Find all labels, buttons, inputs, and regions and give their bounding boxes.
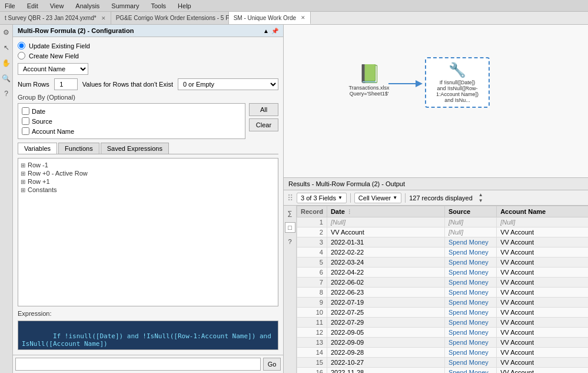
wf-node1-label: Transactions.xlsxQuery='Sheet1$' <box>337 85 401 97</box>
workflow-canvas: 📗 Transactions.xlsxQuery='Sheet1$' 🔧 If … <box>284 25 588 178</box>
menu-analysis[interactable]: Analysis <box>73 2 102 9</box>
table-row: 1[Null][Null][Null] <box>297 217 589 227</box>
checkbox-source-label: Source <box>32 118 52 125</box>
results-table: Record Date ⋮ Source Account Name 1[Null… <box>297 206 588 373</box>
sort-up-icon[interactable]: ▲ <box>479 192 483 197</box>
cell-record: 7 <box>297 278 327 288</box>
table-row: 122022-09-05Spend MoneyVV Account <box>297 328 589 338</box>
tree-row-minus1[interactable]: ⊞ Row -1 <box>21 161 275 169</box>
icon-pointer[interactable]: ↖ <box>1 42 12 53</box>
radio-update[interactable] <box>18 42 25 49</box>
menu-file[interactable]: File <box>2 2 18 9</box>
cell-record: 11 <box>297 318 327 328</box>
icon-settings[interactable]: ⚙ <box>1 27 12 38</box>
btn-all[interactable]: All <box>249 103 278 116</box>
left-toolbar: ⚙ ↖ ✋ 🔍 ? <box>0 25 13 373</box>
tree-row-plus1[interactable]: ⊞ Row +1 <box>21 177 275 186</box>
values-dropdown[interactable]: 0 or Empty <box>178 78 278 90</box>
menu-tools[interactable]: Tools <box>148 2 168 9</box>
config-pin-icon[interactable]: 📌 <box>271 28 278 34</box>
tab-3[interactable]: SM - Unique Work Orde ✕ <box>229 12 311 24</box>
icon-hand[interactable]: ✋ <box>1 58 12 68</box>
tab-variables[interactable]: Variables <box>18 143 57 154</box>
checkbox-source-input[interactable] <box>22 117 29 125</box>
group-by-label: Group By (Optional) <box>18 94 278 101</box>
num-rows-row: Num Rows Values for Rows that don't Exis… <box>18 78 278 90</box>
results-toolbar: ⠿ 3 of 3 Fields ▼ Cell Viewer ▼ 127 reco… <box>284 190 588 206</box>
tree-row-active[interactable]: ⊞ Row +0 - Active Row <box>21 169 275 177</box>
expand-icon-1: ⊞ <box>21 162 25 169</box>
tab-3-close[interactable]: ✕ <box>301 15 305 21</box>
tab-2[interactable]: PG&E Corrigo Work Order Extensions - 5 F… <box>111 12 229 24</box>
tab-saved-expressions[interactable]: Saved Expressions <box>101 143 169 154</box>
cell-source: Spend Money <box>444 328 496 338</box>
wf-node-formula[interactable]: 🔧 If !isnull([Date])and !IsNull([Row-1:A… <box>425 57 490 108</box>
cell-account: VV Account <box>497 318 588 328</box>
bottom-input[interactable] <box>15 358 261 371</box>
group-by-container: Date Source Account Name All Cl <box>18 103 278 139</box>
checkbox-account-input[interactable] <box>22 127 29 135</box>
table-row: 42022-02-22Spend MoneyVV Account <box>297 247 589 258</box>
cell-source: Spend Money <box>444 368 496 374</box>
btn-clear[interactable]: Clear <box>249 118 278 131</box>
icon-zoom[interactable]: 🔍 <box>1 73 12 84</box>
menu-view[interactable]: View <box>48 2 67 9</box>
cell-record: 4 <box>297 247 327 258</box>
fields-badge-btn[interactable]: 3 of 3 Fields ▼ <box>297 193 347 203</box>
cell-account: VV Account <box>497 288 588 298</box>
toolbar-sep-2 <box>405 193 406 203</box>
menu-help[interactable]: Help <box>175 2 194 9</box>
config-expand-icon[interactable]: ▲ <box>263 28 269 34</box>
menu-summary[interactable]: Summary <box>109 2 141 9</box>
expression-box[interactable]: If !isnull([Date]) and !IsNull([Row-1:Ac… <box>18 321 278 350</box>
cell-source: Spend Money <box>444 288 496 298</box>
num-rows-label: Num Rows <box>18 81 49 88</box>
drag-handle-icon[interactable]: ⠿ <box>287 193 293 203</box>
cell-source: [Null] <box>444 227 496 237</box>
var-tabs: Variables Functions Saved Expressions <box>18 143 278 154</box>
cell-viewer-btn[interactable]: Cell Viewer ▼ <box>354 193 401 203</box>
num-rows-input[interactable] <box>54 78 78 90</box>
vert-sigma-btn[interactable]: ∑ <box>285 208 295 219</box>
vert-cell-btn[interactable]: □ <box>285 222 295 233</box>
checkbox-date-input[interactable] <box>22 107 29 115</box>
cell-record: 15 <box>297 358 327 368</box>
cell-record: 5 <box>297 258 327 268</box>
sort-down-icon[interactable]: ▼ <box>479 198 483 203</box>
icon-question[interactable]: ? <box>1 88 12 99</box>
tab-1[interactable]: t Survey QBR - 23 Jan 2024.yxmd* ✕ <box>0 12 111 24</box>
vert-question-btn[interactable]: ? <box>285 236 295 247</box>
checkbox-date-label: Date <box>32 108 45 115</box>
cell-account: [Null] <box>497 217 588 227</box>
table-row: 162022-11-28Spend MoneyVV Account <box>297 368 589 374</box>
cell-date: 2022-09-09 <box>327 338 444 348</box>
go-button[interactable]: Go <box>263 358 281 371</box>
cell-date: 2022-11-28 <box>327 368 444 374</box>
checkbox-account-label: Account Name <box>32 128 74 135</box>
cell-source: Spend Money <box>444 258 496 268</box>
expand-icon-2: ⊞ <box>21 170 25 177</box>
cell-record: 6 <box>297 268 327 278</box>
tree-label-3: Row +1 <box>28 178 50 185</box>
cell-source: Spend Money <box>444 237 496 247</box>
results-table-container[interactable]: Record Date ⋮ Source Account Name 1[Null… <box>297 206 588 373</box>
cell-record: 14 <box>297 348 327 358</box>
tree-label-4: Constants <box>28 186 57 193</box>
cell-source: [Null] <box>444 217 496 227</box>
cell-viewer-text: Cell Viewer <box>358 194 391 202</box>
radio-create-label: Create New Field <box>29 52 79 60</box>
table-row: 92022-07-19Spend MoneyVV Account <box>297 298 589 308</box>
expression-label: Expression: <box>18 310 278 317</box>
cell-record: 10 <box>297 308 327 318</box>
menu-edit[interactable]: Edit <box>25 2 41 9</box>
config-title: Multi-Row Formula (2) - Configuration ▲ … <box>13 25 283 37</box>
tab-functions[interactable]: Functions <box>58 143 99 154</box>
col-header-source: Source <box>444 206 496 217</box>
wf-node-transactions[interactable]: 📗 Transactions.xlsxQuery='Sheet1$' <box>337 63 401 97</box>
tab-1-close[interactable]: ✕ <box>101 15 106 21</box>
radio-create[interactable] <box>18 52 25 60</box>
tree-constants[interactable]: ⊞ Constants <box>21 186 275 194</box>
cell-source: Spend Money <box>444 298 496 308</box>
field-dropdown[interactable]: Account Name <box>18 63 88 75</box>
radio-group: Update Existing Field Create New Field <box>18 42 278 60</box>
